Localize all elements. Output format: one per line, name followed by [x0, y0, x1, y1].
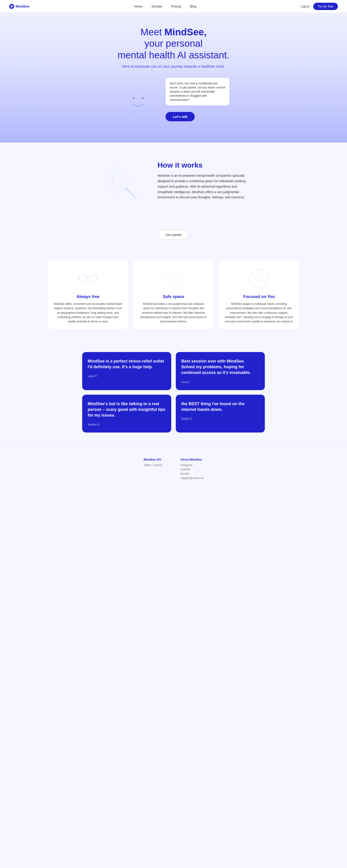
svg-point-72	[167, 271, 167, 271]
feature-desc-2: MindSee adapts to individual needs, prov…	[224, 302, 294, 324]
svg-point-68	[168, 286, 168, 286]
svg-point-38	[126, 178, 126, 178]
svg-point-78	[267, 275, 268, 275]
svg-point-57	[166, 271, 181, 286]
logo: MindSee	[9, 4, 30, 9]
feature-icon-infinity	[74, 267, 102, 290]
svg-point-44	[110, 184, 110, 185]
svg-point-62	[178, 270, 178, 270]
feature-title-0: Always free	[77, 294, 99, 299]
svg-point-86	[254, 270, 255, 271]
hero-content: Don't worry, this chat is confidential a…	[94, 78, 253, 124]
svg-point-82	[254, 286, 255, 287]
svg-point-4	[133, 97, 135, 99]
nav-blog[interactable]: Blog	[190, 5, 196, 8]
svg-point-33	[112, 174, 112, 175]
testimonial-quote-0: MindSee is a perfect stress-relief outle…	[88, 359, 166, 370]
footer-about-title: About MindSee	[180, 458, 203, 461]
svg-point-42	[109, 178, 110, 178]
svg-point-85	[250, 273, 251, 273]
hero-headline: Meet MindSee, your personalmental health…	[5, 26, 342, 61]
testimonial-quote-1: Best session ever with MindSee. Solved m…	[181, 359, 259, 376]
try-for-free-button[interactable]: Try for free	[313, 3, 338, 10]
nav-links: Home Donate Pricing Blog	[134, 4, 196, 8]
nav-pricing[interactable]: Pricing	[171, 5, 181, 8]
feature-title-2: Focused on You	[243, 294, 274, 299]
svg-point-34	[114, 172, 114, 173]
svg-point-58	[168, 273, 179, 284]
footer-instagram-link[interactable]: Instagram	[180, 464, 203, 467]
svg-point-36	[121, 172, 121, 173]
svg-point-11	[144, 92, 145, 92]
svg-point-10	[141, 90, 142, 91]
svg-point-54	[93, 275, 94, 275]
get-started-wrap: Get started	[0, 225, 347, 251]
testimonial-author-1: Ava C.	[181, 380, 259, 384]
svg-point-53	[97, 278, 97, 279]
svg-point-19	[132, 110, 133, 110]
footer-email-link[interactable]: support@minds.ee	[180, 476, 203, 480]
svg-point-22	[141, 111, 141, 112]
svg-point-30	[112, 175, 123, 186]
svg-point-80	[265, 284, 265, 285]
svg-point-56	[163, 268, 184, 289]
footer-company: MindSee OÜ Tallinn, Estonia	[144, 458, 162, 481]
lets-talk-button[interactable]: Let's talk	[166, 112, 195, 121]
testimonial-author-0: Liam P.	[88, 374, 166, 378]
hero-subtext: Here to empower you on your journey towa…	[5, 64, 342, 69]
svg-point-65	[180, 282, 181, 282]
svg-point-83	[250, 283, 251, 283]
svg-point-59	[170, 275, 177, 282]
footer-linkedin-link[interactable]: LinkedIn	[180, 468, 203, 471]
feature-desc-0: MindSee offers convenient and accessible…	[53, 302, 123, 324]
testimonial-quote-2: MindSee's bot is like talking to a real …	[88, 401, 166, 418]
svg-point-71	[164, 274, 164, 274]
svg-point-17	[129, 104, 129, 104]
svg-point-39	[126, 181, 126, 182]
svg-point-37	[124, 175, 125, 175]
testimonial-1: Best session ever with MindSee. Solved m…	[176, 352, 265, 390]
svg-point-52	[93, 282, 94, 282]
svg-point-18	[130, 107, 131, 107]
svg-point-75	[256, 275, 263, 282]
testimonial-author-2: Jordan E.	[88, 423, 166, 426]
svg-point-67	[172, 287, 173, 287]
hero-chat-bubble: Don't worry, this chat is confidential a…	[166, 78, 229, 105]
features-grid: Always free MindSee offers convenient an…	[48, 260, 299, 329]
svg-point-47	[79, 278, 79, 279]
svg-point-14	[147, 100, 147, 101]
svg-point-60	[172, 277, 175, 280]
footer-inner: MindSee OÜ Tallinn, Estonia About MindSe…	[9, 458, 338, 481]
svg-point-40	[124, 184, 125, 185]
svg-point-23	[144, 110, 144, 110]
svg-point-55	[90, 275, 91, 275]
footer-company-name: MindSee OÜ	[144, 458, 162, 461]
svg-point-41	[121, 187, 121, 188]
svg-point-35	[117, 171, 118, 172]
svg-line-32	[125, 188, 127, 190]
how-description: MindSee is an AI-powered mental health c…	[157, 173, 249, 200]
feature-card-2: Focused on You MindSee adapts to individ…	[219, 260, 299, 329]
svg-point-79	[268, 280, 268, 281]
svg-point-16	[128, 100, 129, 101]
logo-icon	[9, 4, 14, 9]
svg-point-48	[82, 275, 82, 275]
nav-home[interactable]: Home	[134, 5, 142, 8]
get-started-button[interactable]: Get started	[158, 230, 189, 240]
svg-point-64	[182, 277, 183, 277]
svg-point-9	[138, 89, 138, 90]
svg-point-84	[249, 277, 249, 278]
nav-donate[interactable]: Donate	[152, 5, 162, 8]
svg-point-50	[88, 278, 88, 279]
how-icon	[98, 161, 144, 207]
svg-point-77	[264, 271, 264, 271]
svg-point-2	[123, 86, 153, 115]
svg-point-29	[109, 171, 127, 189]
testimonials-grid: MindSee is a perfect stress-relief outle…	[82, 352, 265, 433]
testimonial-quote-3: the BEST thing i've found on the interne…	[181, 401, 259, 412]
hero-headline-rest: your personalmental health AI assistant.	[118, 38, 229, 60]
login-link[interactable]: Log in	[301, 5, 310, 8]
footer-donate-link[interactable]: Donate	[180, 472, 203, 475]
svg-point-51	[90, 282, 91, 282]
svg-line-31	[127, 190, 137, 199]
